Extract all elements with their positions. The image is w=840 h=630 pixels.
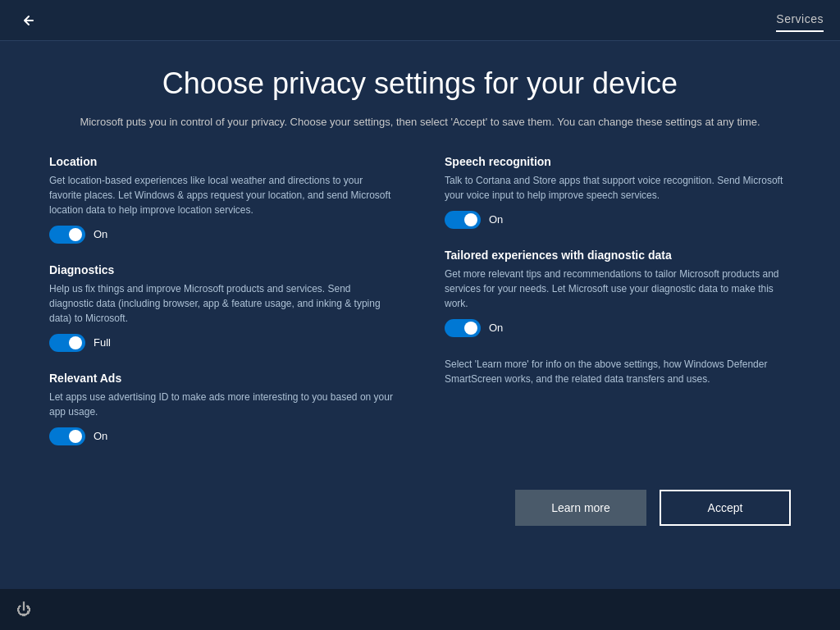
top-bar: Services (0, 0, 840, 41)
diagnostics-title: Diagnostics (49, 263, 395, 276)
relevant-ads-toggle[interactable] (49, 427, 85, 445)
back-button[interactable] (16, 8, 41, 33)
speech-recognition-toggle[interactable] (445, 211, 481, 229)
diagnostics-toggle[interactable] (49, 334, 85, 352)
tailored-experiences-title: Tailored experiences with diagnostic dat… (445, 249, 791, 262)
right-info-note: Select 'Learn more' for info on the abov… (445, 357, 791, 386)
left-column: Location Get location-based experiences … (49, 155, 395, 465)
tailored-experiences-toggle-label: On (489, 322, 503, 334)
diagnostics-desc: Help us fix things and improve Microsoft… (49, 281, 395, 326)
learn-more-button[interactable]: Learn more (515, 490, 646, 526)
location-desc: Get location-based experiences like loca… (49, 173, 395, 217)
back-arrow-icon (21, 12, 37, 29)
buttons-row: Learn more Accept (49, 482, 791, 526)
diagnostics-toggle-row: Full (49, 334, 395, 352)
speech-recognition-toggle-label: On (489, 213, 503, 226)
diagnostics-setting: Diagnostics Help us fix things and impro… (49, 263, 395, 352)
relevant-ads-desc: Let apps use advertising ID to make ads … (49, 390, 395, 419)
settings-grid: Location Get location-based experiences … (49, 155, 791, 465)
location-setting: Location Get location-based experiences … (49, 155, 395, 244)
diagnostics-toggle-label: Full (94, 336, 111, 349)
location-toggle-label: On (94, 228, 107, 240)
page-subtitle: Microsoft puts you in control of your pr… (59, 114, 781, 130)
tailored-experiences-toggle[interactable] (445, 319, 481, 337)
tailored-experiences-toggle-row: On (445, 319, 791, 337)
relevant-ads-toggle-label: On (94, 430, 107, 442)
power-icon[interactable]: ⏻ (16, 601, 31, 619)
location-toggle-row: On (49, 226, 395, 244)
tailored-experiences-desc: Get more relevant tips and recommendatio… (445, 267, 791, 311)
speech-recognition-toggle-row: On (445, 211, 791, 229)
location-toggle[interactable] (49, 226, 85, 244)
speech-recognition-setting: Speech recognition Talk to Cortana and S… (445, 155, 791, 229)
speech-recognition-desc: Talk to Cortana and Store apps that supp… (445, 173, 791, 203)
right-column: Speech recognition Talk to Cortana and S… (445, 155, 791, 465)
services-tab[interactable]: Services (776, 12, 824, 29)
relevant-ads-setting: Relevant Ads Let apps use advertising ID… (49, 372, 395, 445)
location-title: Location (49, 155, 395, 168)
bottom-bar: ⏻ (0, 589, 840, 630)
relevant-ads-title: Relevant Ads (49, 372, 395, 385)
tailored-experiences-setting: Tailored experiences with diagnostic dat… (445, 249, 791, 337)
speech-recognition-title: Speech recognition (445, 155, 791, 168)
main-content: Choose privacy settings for your device … (0, 41, 840, 589)
page-title: Choose privacy settings for your device (49, 66, 791, 101)
accept-button[interactable]: Accept (660, 490, 791, 526)
relevant-ads-toggle-row: On (49, 427, 395, 445)
